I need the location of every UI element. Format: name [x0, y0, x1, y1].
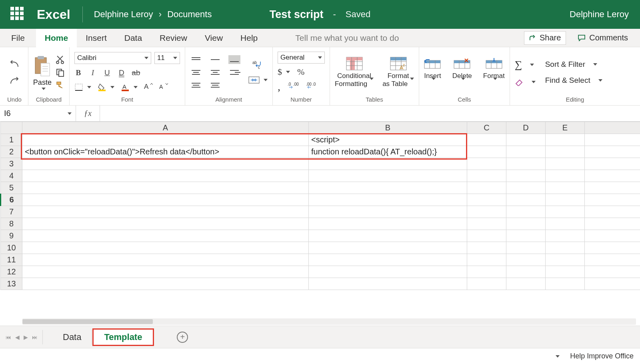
cell-blank-8[interactable]	[585, 218, 640, 230]
redo-icon[interactable]	[9, 76, 20, 85]
italic-button[interactable]: I	[89, 69, 97, 76]
percent-button[interactable]: %	[297, 67, 304, 77]
insert-cells-button[interactable]: Insert	[424, 57, 441, 88]
sheet-nav-next-icon[interactable]: ▶	[24, 334, 28, 340]
cell-A10[interactable]	[22, 242, 309, 254]
wrap-text-button[interactable]: abc	[252, 60, 264, 70]
sheet-nav-last-icon[interactable]: ⏭	[32, 334, 38, 340]
breadcrumb-user[interactable]: Delphine Leroy	[94, 9, 153, 19]
cell-D11[interactable]	[506, 254, 546, 266]
cell-B4[interactable]	[309, 170, 467, 182]
cell-A9[interactable]	[22, 230, 309, 242]
format-cells-button[interactable]: Format	[483, 57, 505, 88]
row-header-3[interactable]: 3	[1, 158, 22, 170]
column-header-e[interactable]: E	[546, 122, 585, 134]
cell-D3[interactable]	[506, 158, 546, 170]
format-as-table-button[interactable]: Az Formatas Table	[382, 57, 414, 88]
font-name-combo[interactable]: Calibri	[74, 52, 151, 64]
cell-blank-9[interactable]	[585, 230, 640, 242]
find-select-button[interactable]: Find & Select	[545, 76, 602, 85]
format-painter-icon[interactable]	[56, 81, 64, 90]
autosum-button[interactable]: ∑	[515, 59, 534, 71]
increase-indent-button[interactable]	[209, 81, 221, 90]
cell-blank-4[interactable]	[585, 170, 640, 182]
cell-A7[interactable]	[22, 206, 309, 218]
sheet-tab-template[interactable]: Template	[94, 330, 153, 345]
breadcrumb[interactable]: Delphine Leroy › Documents	[94, 9, 212, 20]
cell-B7[interactable]	[309, 206, 467, 218]
cell-D4[interactable]	[506, 170, 546, 182]
cell-blank-6[interactable]	[585, 194, 640, 206]
sheet-tab-data[interactable]: Data	[52, 330, 92, 345]
cell-E8[interactable]	[546, 218, 585, 230]
app-name[interactable]: Excel	[37, 7, 70, 22]
double-underline-button[interactable]: D	[118, 69, 126, 76]
row-header-11[interactable]: 11	[1, 254, 22, 266]
cell-D10[interactable]	[506, 242, 546, 254]
cell-D7[interactable]	[506, 206, 546, 218]
column-header-c[interactable]: C	[467, 122, 506, 134]
comma-style-button[interactable]: ,	[278, 80, 280, 93]
cell-C13[interactable]	[467, 278, 506, 290]
row-header-9[interactable]: 9	[1, 230, 22, 242]
cell-A13[interactable]	[22, 278, 309, 290]
cell-blank-5[interactable]	[585, 182, 640, 194]
document-title[interactable]: Test script	[270, 8, 324, 21]
cell-A11[interactable]	[22, 254, 309, 266]
font-size-combo[interactable]: 11	[154, 52, 180, 64]
cell-D12[interactable]	[506, 266, 546, 278]
cell-E9[interactable]	[546, 230, 585, 242]
help-improve-link[interactable]: Help Improve Office	[570, 352, 634, 360]
cell-C3[interactable]	[467, 158, 506, 170]
undo-icon[interactable]	[9, 60, 20, 68]
align-center-button[interactable]	[209, 68, 221, 77]
cell-blank-13[interactable]	[585, 278, 640, 290]
borders-button[interactable]	[74, 83, 91, 91]
cell-A4[interactable]	[22, 170, 309, 182]
sort-filter-button[interactable]: Sort & Filter	[545, 60, 597, 69]
bold-button[interactable]: B	[74, 69, 82, 76]
column-header-blank[interactable]	[585, 122, 640, 134]
cell-A2[interactable]: <button onClick="reloadData()">Refresh d…	[22, 146, 309, 158]
underline-button[interactable]: U	[103, 69, 111, 76]
column-header-b[interactable]: B	[309, 122, 467, 134]
select-all-cell[interactable]	[1, 122, 22, 134]
tab-insert[interactable]: Insert	[77, 29, 116, 47]
row-header-7[interactable]: 7	[1, 206, 22, 218]
align-bottom-button[interactable]	[228, 55, 240, 64]
cell-A3[interactable]	[22, 158, 309, 170]
cell-C12[interactable]	[467, 266, 506, 278]
tab-file[interactable]: File	[0, 29, 36, 47]
cell-C4[interactable]	[467, 170, 506, 182]
cell-B6[interactable]	[309, 194, 467, 206]
cell-A6[interactable]	[22, 194, 309, 206]
currency-button[interactable]: $	[278, 67, 290, 77]
column-header-d[interactable]: D	[506, 122, 546, 134]
cell-E6[interactable]	[546, 194, 585, 206]
tab-review[interactable]: Review	[151, 29, 196, 47]
number-format-combo[interactable]: General	[278, 52, 325, 64]
cell-B1[interactable]: <script>	[309, 134, 467, 146]
strikethrough-button[interactable]: ab	[132, 69, 140, 76]
decrease-font-button[interactable]: A	[159, 82, 168, 92]
cell-E10[interactable]	[546, 242, 585, 254]
cell-E3[interactable]	[546, 158, 585, 170]
cut-icon[interactable]	[56, 55, 64, 64]
cell-C11[interactable]	[467, 254, 506, 266]
increase-decimal-button[interactable]: .0.00	[288, 82, 299, 92]
name-box[interactable]: I6	[0, 106, 76, 121]
cell-B12[interactable]	[309, 266, 467, 278]
tab-view[interactable]: View	[196, 29, 232, 47]
conditional-formatting-button[interactable]: ConditionalFormatting	[335, 57, 374, 88]
cell-D6[interactable]	[506, 194, 546, 206]
cell-E1[interactable]	[546, 134, 585, 146]
row-header-8[interactable]: 8	[1, 218, 22, 230]
cell-E7[interactable]	[546, 206, 585, 218]
align-left-button[interactable]	[190, 68, 202, 77]
cell-B11[interactable]	[309, 254, 467, 266]
cell-E4[interactable]	[546, 170, 585, 182]
cell-D13[interactable]	[506, 278, 546, 290]
cell-E2[interactable]	[546, 146, 585, 158]
cell-E12[interactable]	[546, 266, 585, 278]
app-launcher-icon[interactable]	[10, 7, 26, 22]
